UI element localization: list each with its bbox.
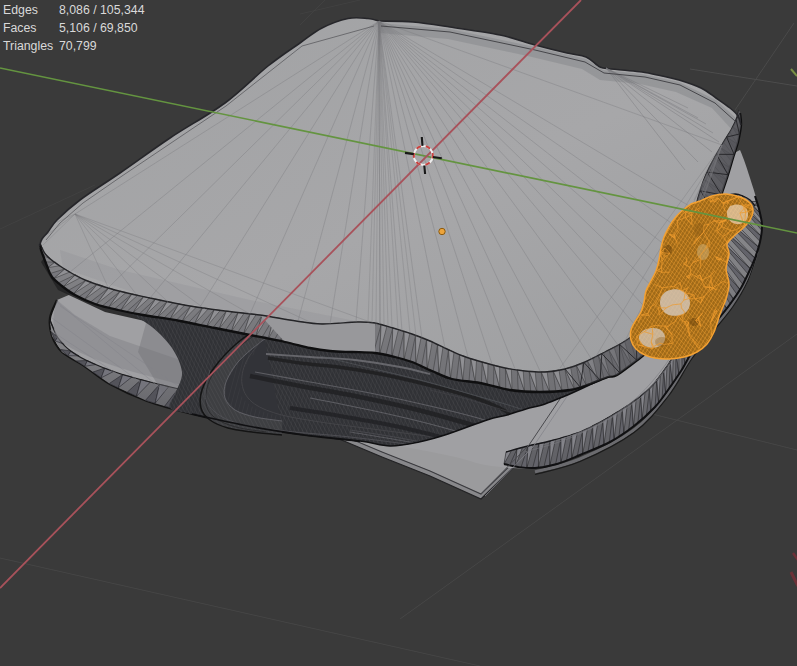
- svg-text:Triangles: Triangles: [3, 39, 53, 53]
- svg-text:5,106 / 69,850: 5,106 / 69,850: [59, 21, 138, 35]
- svg-text:Faces: Faces: [3, 21, 37, 35]
- svg-text:Edges: Edges: [3, 3, 38, 17]
- svg-text:8,086 / 105,344: 8,086 / 105,344: [59, 3, 145, 17]
- svg-text:70,799: 70,799: [59, 39, 97, 53]
